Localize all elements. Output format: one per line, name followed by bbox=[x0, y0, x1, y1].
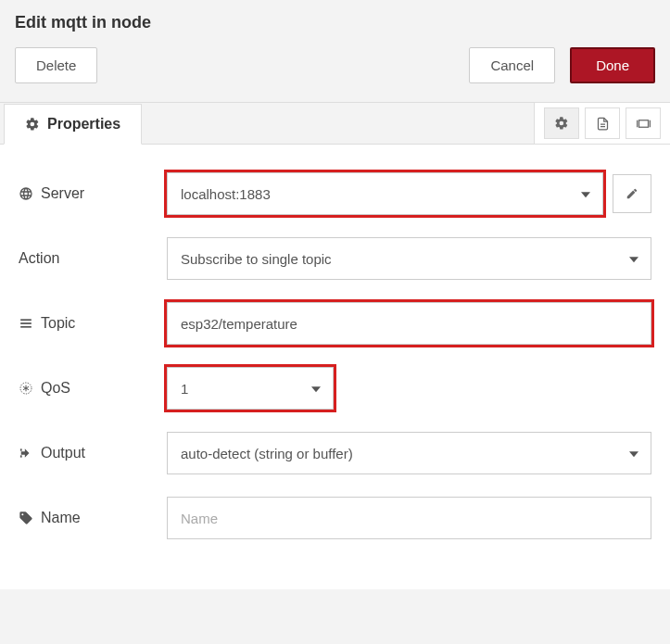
description-tab-button[interactable] bbox=[585, 107, 620, 139]
qos-row: QoS 1 bbox=[19, 367, 651, 410]
server-label: Server bbox=[19, 185, 167, 202]
tabs-container: Properties bbox=[0, 102, 670, 589]
output-label: Output bbox=[19, 445, 167, 461]
pencil-icon bbox=[626, 187, 638, 200]
settings-tab-button[interactable] bbox=[544, 107, 579, 139]
topic-input[interactable] bbox=[167, 302, 651, 345]
list-icon bbox=[19, 317, 33, 330]
name-input[interactable] bbox=[167, 497, 651, 539]
action-row: Action Subscribe to single topic bbox=[19, 237, 651, 280]
cancel-button[interactable]: Cancel bbox=[469, 47, 555, 83]
globe-icon bbox=[19, 186, 33, 201]
qos-label: QoS bbox=[19, 380, 167, 397]
gear-icon bbox=[25, 117, 40, 132]
gear-icon bbox=[554, 116, 569, 131]
document-icon bbox=[596, 116, 610, 132]
panel-title: Edit mqtt in node bbox=[0, 7, 670, 47]
expand-icon bbox=[636, 117, 651, 131]
delete-button[interactable]: Delete bbox=[15, 47, 97, 83]
svg-rect-5 bbox=[20, 319, 32, 321]
svg-rect-7 bbox=[20, 326, 32, 328]
tabs-row: Properties bbox=[0, 103, 670, 145]
server-row: Server localhost:1883 bbox=[19, 172, 651, 215]
tab-properties[interactable]: Properties bbox=[4, 104, 142, 145]
tab-side-icons bbox=[534, 103, 670, 144]
name-label: Name bbox=[19, 510, 167, 526]
svg-rect-2 bbox=[638, 120, 648, 127]
arrow-right-icon bbox=[19, 447, 33, 460]
output-select[interactable]: auto-detect (string or buffer) bbox=[167, 432, 651, 474]
tab-properties-label: Properties bbox=[47, 116, 120, 133]
header-buttons: Delete Cancel Done bbox=[0, 47, 670, 102]
tag-icon bbox=[19, 511, 33, 525]
output-row: Output auto-detect (string or buffer) bbox=[19, 432, 651, 474]
appearance-tab-button[interactable] bbox=[626, 107, 661, 139]
topic-row: Topic bbox=[19, 302, 651, 345]
server-select[interactable]: localhost:1883 bbox=[167, 172, 603, 215]
svg-rect-6 bbox=[20, 322, 32, 324]
name-row: Name bbox=[19, 497, 651, 539]
qos-select[interactable]: 1 bbox=[167, 367, 334, 410]
edit-server-button[interactable] bbox=[613, 174, 651, 213]
action-select[interactable]: Subscribe to single topic bbox=[167, 237, 651, 280]
topic-label: Topic bbox=[19, 315, 167, 332]
done-button[interactable]: Done bbox=[570, 47, 655, 83]
form-area: Server localhost:1883 bbox=[0, 145, 670, 589]
action-label: Action bbox=[19, 250, 167, 267]
asterisk-icon bbox=[19, 381, 33, 396]
edit-panel: Edit mqtt in node Delete Cancel Done Pro… bbox=[0, 0, 670, 589]
